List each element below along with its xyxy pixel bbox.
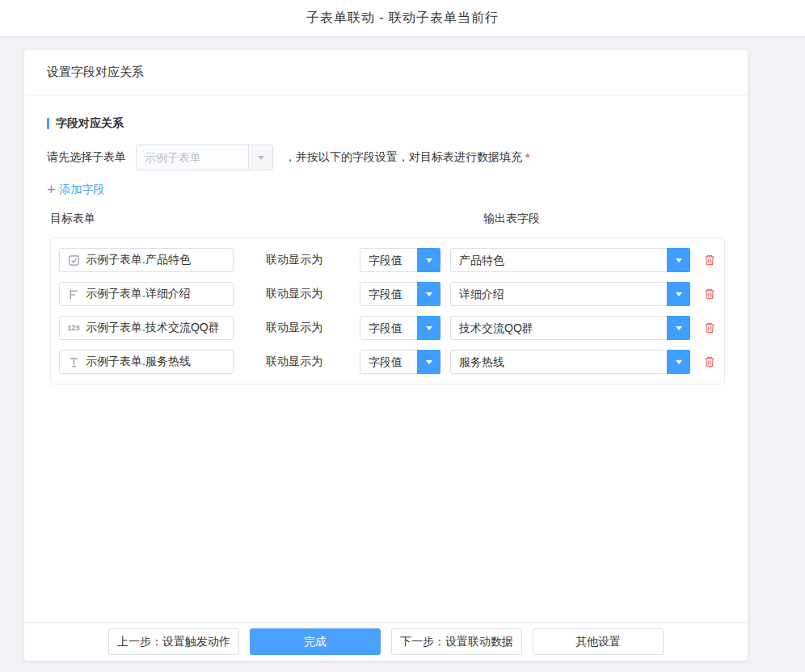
delete-row-button[interactable] xyxy=(703,321,716,334)
output-field-select[interactable]: 产品特色 xyxy=(450,248,690,272)
mode-select[interactable]: 字段值 xyxy=(360,248,440,272)
output-select-value: 服务热线 xyxy=(451,351,667,373)
subform-select-value: 示例子表单 xyxy=(137,145,248,170)
mapping-row: 示例子表单.服务热线 联动显示为 字段值 服务热线 xyxy=(51,345,724,379)
output-select-value: 技术交流QQ群 xyxy=(451,317,667,339)
chevron-down-icon xyxy=(667,282,690,306)
plus-icon: + xyxy=(47,183,56,196)
mapping-rows: 示例子表单.产品特色 联动显示为 字段值 产品特色 xyxy=(50,237,725,384)
target-field-box[interactable]: 示例子表单.产品特色 xyxy=(59,248,234,272)
settings-card: 设置字段对应关系 字段对应关系 请先选择子表单 示例子表单 ，并按以下的字段设置… xyxy=(24,50,748,661)
target-field-label: 示例子表单.服务热线 xyxy=(86,355,191,369)
target-field-label: 示例子表单.产品特色 xyxy=(86,253,191,267)
section-title-label: 字段对应关系 xyxy=(56,116,124,131)
textarea-icon xyxy=(66,288,81,300)
delete-row-button[interactable] xyxy=(703,288,716,300)
output-field-select[interactable]: 服务热线 xyxy=(450,350,690,374)
chevron-down-icon xyxy=(417,350,440,374)
relation-label: 联动显示为 xyxy=(266,321,322,335)
subform-select[interactable]: 示例子表单 xyxy=(136,145,273,170)
relation-label: 联动显示为 xyxy=(266,253,322,267)
card-header: 设置字段对应关系 xyxy=(24,50,748,95)
subform-select-row: 请先选择子表单 示例子表单 ，并按以下的字段设置，对目标表进行数据填充 * xyxy=(47,144,725,171)
card-body: 字段对应关系 请先选择子表单 示例子表单 ，并按以下的字段设置，对目标表进行数据… xyxy=(24,95,748,622)
target-field-label: 示例子表单.详细介绍 xyxy=(86,287,191,301)
number-icon: 123 xyxy=(66,324,81,332)
mapping-row: 123 示例子表单.技术交流QQ群 联动显示为 字段值 技术交流QQ群 xyxy=(51,311,724,345)
mapping-row: 示例子表单.详细介绍 联动显示为 字段值 详细介绍 xyxy=(51,277,724,311)
add-field-link[interactable]: + 添加字段 xyxy=(47,183,105,197)
section-accent-bar xyxy=(47,118,49,129)
mode-select[interactable]: 字段值 xyxy=(360,350,440,374)
output-select-value: 产品特色 xyxy=(451,249,667,271)
page-title: 子表单联动 - 联动子表单当前行 xyxy=(306,10,499,27)
text-icon xyxy=(66,356,81,368)
column-headers: 目标表单 输出表字段 xyxy=(50,212,725,228)
chevron-down-icon xyxy=(417,248,440,272)
next-step-button[interactable]: 下一步：设置联动数据 xyxy=(391,628,522,655)
mode-select-value: 字段值 xyxy=(360,283,417,305)
mapping-row: 示例子表单.产品特色 联动显示为 字段值 产品特色 xyxy=(51,243,724,277)
prev-step-button[interactable]: 上一步：设置触发动作 xyxy=(108,628,239,655)
mode-select-value: 字段值 xyxy=(360,249,417,271)
target-field-label: 示例子表单.技术交流QQ群 xyxy=(86,321,220,335)
chevron-down-icon xyxy=(667,316,690,340)
target-field-box[interactable]: 示例子表单.详细介绍 xyxy=(59,282,234,306)
output-field-select[interactable]: 技术交流QQ群 xyxy=(450,316,690,340)
page-header: 子表单联动 - 联动子表单当前行 xyxy=(0,0,805,37)
chevron-down-icon xyxy=(667,248,690,272)
mode-select-value: 字段值 xyxy=(360,351,417,373)
chevron-down-icon xyxy=(248,145,272,170)
relation-label: 联动显示为 xyxy=(266,355,322,369)
target-field-box[interactable]: 示例子表单.服务热线 xyxy=(59,350,234,374)
delete-row-button[interactable] xyxy=(703,254,716,267)
mode-select-value: 字段值 xyxy=(360,317,417,339)
subform-select-label: 请先选择子表单 xyxy=(47,150,126,165)
output-field-select[interactable]: 详细介绍 xyxy=(450,282,690,306)
add-field-label: 添加字段 xyxy=(60,183,105,197)
chevron-down-icon xyxy=(417,282,440,306)
mode-select[interactable]: 字段值 xyxy=(360,316,440,340)
section-title: 字段对应关系 xyxy=(47,116,725,131)
relation-label: 联动显示为 xyxy=(266,287,322,301)
checkbox-icon xyxy=(66,254,81,267)
chevron-down-icon xyxy=(667,350,690,374)
mode-select[interactable]: 字段值 xyxy=(360,282,440,306)
instruction-text: ，并按以下的字段设置，对目标表进行数据填充 xyxy=(284,150,522,165)
chevron-down-icon xyxy=(417,316,440,340)
column-header-target: 目标表单 xyxy=(50,212,95,226)
card-title: 设置字段对应关系 xyxy=(47,65,144,80)
target-field-box[interactable]: 123 示例子表单.技术交流QQ群 xyxy=(59,316,234,340)
required-asterisk: * xyxy=(525,151,529,164)
footer: 上一步：设置触发动作 完成 下一步：设置联动数据 其他设置 xyxy=(24,622,748,661)
column-header-output: 输出表字段 xyxy=(483,212,540,226)
delete-row-button[interactable] xyxy=(703,355,716,368)
finish-button[interactable]: 完成 xyxy=(250,628,381,655)
output-select-value: 详细介绍 xyxy=(451,283,667,305)
other-settings-button[interactable]: 其他设置 xyxy=(533,628,664,655)
